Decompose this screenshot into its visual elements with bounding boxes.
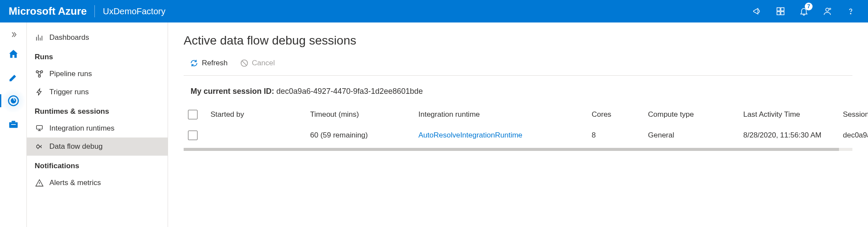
sidebar: Dashboards Runs Pipeline runs Trigger ru…: [27, 22, 168, 227]
debug-icon: [35, 142, 44, 151]
resource-name[interactable]: UxDemoFactory: [103, 6, 165, 16]
sidebar-item-pipeline-runs[interactable]: Pipeline runs: [27, 65, 168, 83]
svg-point-4: [826, 8, 829, 11]
refresh-button[interactable]: Refresh: [190, 59, 228, 67]
rail-home[interactable]: [0, 42, 26, 66]
col-compute-type[interactable]: Compute type: [648, 110, 743, 119]
svg-rect-9: [9, 122, 18, 128]
cell-compute-type: General: [648, 131, 743, 140]
sidebar-item-label: Data flow debug: [49, 142, 103, 151]
sidebar-section-runs: Runs: [27, 47, 168, 65]
horizontal-scrollbar[interactable]: [184, 148, 852, 151]
svg-point-16: [36, 145, 39, 148]
header-divider: [94, 5, 95, 17]
account-icon[interactable]: [821, 5, 833, 17]
row-checkbox[interactable]: [188, 131, 198, 140]
session-info: My current session ID: dec0a9a6-4927-447…: [184, 82, 852, 106]
dashboard-icon: [35, 33, 44, 42]
trigger-icon: [35, 87, 44, 97]
cancel-button: Cancel: [240, 59, 275, 67]
toolbar: Refresh Cancel: [184, 56, 852, 76]
svg-rect-10: [11, 121, 15, 122]
cancel-icon: [240, 59, 249, 67]
expand-rail-icon[interactable]: [0, 27, 26, 42]
announcement-icon[interactable]: [751, 5, 763, 17]
svg-point-6: [850, 13, 851, 14]
header-icons: 7: [751, 5, 857, 17]
sidebar-item-label: Pipeline runs: [49, 70, 92, 78]
integration-icon: [35, 124, 44, 133]
svg-rect-0: [777, 8, 780, 11]
refresh-icon: [190, 59, 198, 67]
sidebar-item-alerts-metrics[interactable]: Alerts & metrics: [27, 174, 168, 192]
help-icon[interactable]: [845, 5, 857, 17]
nav-rail: [0, 22, 27, 227]
col-cores[interactable]: Cores: [592, 110, 648, 119]
svg-point-13: [41, 71, 43, 73]
sidebar-item-trigger-runs[interactable]: Trigger runs: [27, 83, 168, 101]
col-integration-runtime[interactable]: Integration runtime: [418, 110, 592, 119]
table-header: Started by Timeout (mins) Integration ru…: [184, 106, 852, 124]
pipeline-icon: [35, 69, 44, 79]
col-session[interactable]: Session: [843, 110, 868, 119]
sidebar-section-notifications: Notifications: [27, 156, 168, 174]
svg-rect-1: [781, 8, 784, 11]
rail-manage[interactable]: [0, 112, 26, 136]
cell-integration-runtime[interactable]: AutoResolveIntegrationRuntime: [418, 131, 592, 140]
sidebar-item-label: Trigger runs: [49, 88, 89, 96]
select-all-checkbox[interactable]: [188, 110, 198, 119]
sidebar-item-dashboards[interactable]: Dashboards: [27, 29, 168, 47]
main-content: Active data flow debug sessions Refresh …: [168, 22, 868, 227]
top-header: Microsoft Azure UxDemoFactory 7: [0, 0, 868, 22]
session-label: My current session ID:: [191, 87, 274, 96]
notifications-badge: 7: [805, 3, 813, 10]
sidebar-item-label: Dashboards: [49, 33, 89, 42]
sidebar-item-integration-runtimes[interactable]: Integration runtimes: [27, 119, 168, 137]
cancel-label: Cancel: [252, 59, 275, 67]
col-started-by[interactable]: Started by: [211, 110, 310, 119]
cell-last-activity: 8/28/2020, 11:56:30 AM: [743, 131, 843, 140]
sessions-table: Started by Timeout (mins) Integration ru…: [184, 106, 852, 151]
notifications-icon[interactable]: 7: [798, 5, 810, 17]
col-timeout[interactable]: Timeout (mins): [310, 110, 418, 119]
svg-rect-11: [11, 124, 16, 125]
cell-cores: 8: [592, 131, 648, 140]
svg-point-14: [39, 75, 41, 77]
rail-monitor[interactable]: [0, 89, 26, 112]
sidebar-item-data-flow-debug[interactable]: Data flow debug: [27, 137, 168, 156]
sidebar-section-runtimes: Runtimes & sessions: [27, 101, 168, 119]
session-id: dec0a9a6-4927-4470-9fa3-1d2ee8601bde: [276, 87, 423, 96]
rail-author[interactable]: [0, 66, 26, 89]
svg-rect-2: [777, 12, 780, 15]
sidebar-item-label: Alerts & metrics: [49, 179, 101, 187]
svg-rect-15: [36, 125, 42, 129]
refresh-label: Refresh: [202, 59, 228, 67]
col-last-activity[interactable]: Last Activity Time: [743, 110, 843, 119]
cell-session: dec0a9a: [843, 131, 868, 140]
svg-rect-3: [781, 12, 784, 15]
table-row[interactable]: 60 (59 remaining) AutoResolveIntegration…: [184, 124, 852, 147]
svg-point-12: [36, 71, 39, 73]
page-title: Active data flow debug sessions: [184, 34, 852, 48]
alert-icon: [35, 178, 44, 188]
sidebar-item-label: Integration runtimes: [49, 124, 114, 133]
cell-timeout: 60 (59 remaining): [310, 131, 418, 140]
feedback-icon[interactable]: [774, 5, 787, 17]
brand-label: Microsoft Azure: [9, 5, 87, 17]
